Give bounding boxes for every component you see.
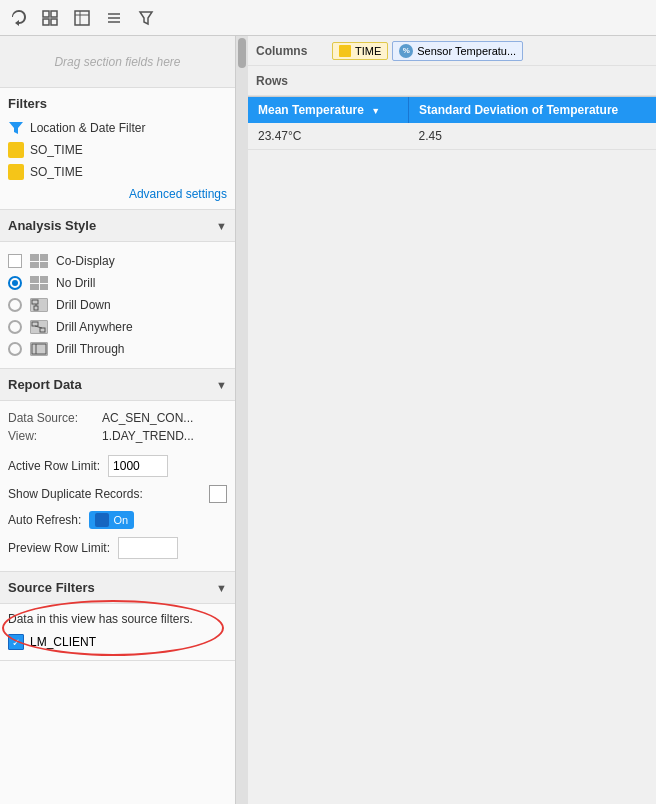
- no-drill-label: No Drill: [56, 276, 95, 290]
- report-data-header[interactable]: Report Data ▼: [0, 369, 235, 401]
- drill-anywhere-icon: [30, 320, 48, 334]
- data-table: Mean Temperature ▼ Standard Deviation of…: [248, 97, 656, 150]
- drill-anywhere-radio[interactable]: [8, 320, 22, 334]
- show-duplicate-label: Show Duplicate Records:: [8, 487, 205, 501]
- time-chip[interactable]: TIME: [332, 42, 388, 60]
- show-duplicate-row: Show Duplicate Records:: [8, 481, 227, 507]
- sensor-temp-chip[interactable]: % Sensor Temperatu...: [392, 41, 523, 61]
- preview-row-limit-label: Preview Row Limit:: [8, 541, 110, 555]
- left-panel: Drag section fields here Filters Locatio…: [0, 36, 236, 804]
- auto-refresh-toggle[interactable]: On: [89, 511, 134, 529]
- report-data-section: Report Data ▼ Data Source: AC_SEN_CON...…: [0, 369, 235, 572]
- right-panel: Columns TIME % Sensor Temperatu... Rows: [248, 36, 656, 804]
- percent-icon: %: [399, 44, 413, 58]
- filter-item-location: Location & Date Filter: [8, 117, 227, 139]
- source-filters-section: Source Filters ▼ Data in this view has s…: [0, 572, 235, 661]
- co-display-icon: [30, 254, 48, 268]
- view-row: View: 1.DAY_TREND...: [8, 427, 227, 445]
- sort-arrow-mean-temp[interactable]: ▼: [371, 106, 380, 116]
- filter-label-location: Location & Date Filter: [30, 121, 145, 135]
- header-mean-temp: Mean Temperature ▼: [248, 97, 409, 123]
- header-std-dev-temp: Standard Deviation of Temperature: [409, 97, 656, 123]
- auto-refresh-label: Auto Refresh:: [8, 513, 81, 527]
- toolbar: [0, 0, 656, 36]
- active-row-limit-row: Active Row Limit:: [8, 451, 227, 481]
- cell-mean-temp: 23.47°C: [248, 123, 409, 150]
- report-data-chevron: ▼: [216, 379, 227, 391]
- rows-label: Rows: [248, 74, 328, 88]
- drill-down-radio[interactable]: [8, 298, 22, 312]
- columns-row: Columns TIME % Sensor Temperatu...: [248, 36, 656, 66]
- grid-view-button[interactable]: [36, 4, 64, 32]
- scrollbar-thumb[interactable]: [238, 38, 246, 68]
- filter-button[interactable]: [132, 4, 160, 32]
- sensor-temp-label: Sensor Temperatu...: [417, 45, 516, 57]
- view-label: View:: [8, 429, 98, 443]
- lm-client-label: LM_CLIENT: [30, 635, 96, 649]
- no-drill-icon: [30, 276, 48, 290]
- filters-section: Filters Location & Date Filter SO_TIME S…: [0, 88, 235, 210]
- yellow-icon-1: [8, 142, 24, 158]
- svg-rect-13: [34, 306, 38, 310]
- svg-marker-10: [140, 12, 152, 24]
- preview-row-limit-input[interactable]: [118, 537, 178, 559]
- filter-item-so-time-1: SO_TIME: [8, 139, 227, 161]
- funnel-icon: [8, 120, 24, 136]
- analysis-style-header[interactable]: Analysis Style ▼: [0, 210, 235, 242]
- no-drill-radio[interactable]: [8, 276, 22, 290]
- drill-through-radio[interactable]: [8, 342, 22, 356]
- data-table-area: Mean Temperature ▼ Standard Deviation of…: [248, 97, 656, 804]
- time-chip-icon: [339, 45, 351, 57]
- svg-marker-11: [9, 122, 23, 134]
- source-filters-content: Data in this view has source filters. ✓ …: [0, 604, 235, 660]
- source-filters-warning: Data in this view has source filters.: [8, 612, 227, 626]
- report-data-title: Report Data: [8, 377, 82, 392]
- show-duplicate-checkbox[interactable]: [209, 485, 227, 503]
- cell-std-dev-temp: 2.45: [409, 123, 656, 150]
- svg-rect-16: [40, 328, 45, 332]
- time-chip-label: TIME: [355, 45, 381, 57]
- drill-down-icon: [30, 298, 48, 312]
- view-value: 1.DAY_TREND...: [102, 429, 194, 443]
- no-drill-option[interactable]: No Drill: [8, 272, 227, 294]
- drill-through-option[interactable]: Drill Through: [8, 338, 227, 360]
- svg-rect-1: [51, 11, 57, 17]
- source-filters-header[interactable]: Source Filters ▼: [0, 572, 235, 604]
- filters-title: Filters: [8, 96, 227, 111]
- analysis-style-title: Analysis Style: [8, 218, 96, 233]
- rows-row: Rows: [248, 66, 656, 96]
- table-view-button[interactable]: [68, 4, 96, 32]
- co-display-label: Co-Display: [56, 254, 115, 268]
- svg-rect-4: [75, 11, 89, 25]
- drill-anywhere-label: Drill Anywhere: [56, 320, 133, 334]
- advanced-settings-link[interactable]: Advanced settings: [8, 183, 227, 205]
- analysis-style-content: Co-Display No Drill D: [0, 242, 235, 368]
- svg-rect-12: [32, 300, 38, 304]
- toggle-on-label: On: [113, 514, 128, 526]
- lm-client-checkbox[interactable]: ✓: [8, 634, 24, 650]
- drill-down-option[interactable]: Drill Down: [8, 294, 227, 316]
- columns-chips: TIME % Sensor Temperatu...: [328, 41, 527, 61]
- left-panel-scrollbar[interactable]: [236, 36, 248, 804]
- filter-item-so-time-2: SO_TIME: [8, 161, 227, 183]
- undo-button[interactable]: [4, 4, 32, 32]
- data-source-row: Data Source: AC_SEN_CON...: [8, 409, 227, 427]
- columns-label: Columns: [248, 44, 328, 58]
- drill-through-icon: [30, 342, 48, 356]
- drill-through-label: Drill Through: [56, 342, 124, 356]
- list-view-button[interactable]: [100, 4, 128, 32]
- drill-anywhere-option[interactable]: Drill Anywhere: [8, 316, 227, 338]
- auto-refresh-row: Auto Refresh: On: [8, 507, 227, 533]
- data-source-label: Data Source:: [8, 411, 98, 425]
- source-filter-lm-client: ✓ LM_CLIENT: [8, 632, 227, 652]
- analysis-style-chevron: ▼: [216, 220, 227, 232]
- svg-rect-15: [32, 322, 38, 326]
- filter-label-so-time-1: SO_TIME: [30, 143, 83, 157]
- table-header-row: Mean Temperature ▼ Standard Deviation of…: [248, 97, 656, 123]
- active-row-limit-input[interactable]: [108, 455, 168, 477]
- co-display-checkbox[interactable]: [8, 254, 22, 268]
- co-display-option[interactable]: Co-Display: [8, 250, 227, 272]
- main-area: Drag section fields here Filters Locatio…: [0, 36, 656, 804]
- active-row-limit-label: Active Row Limit:: [8, 459, 100, 473]
- source-filters-title: Source Filters: [8, 580, 95, 595]
